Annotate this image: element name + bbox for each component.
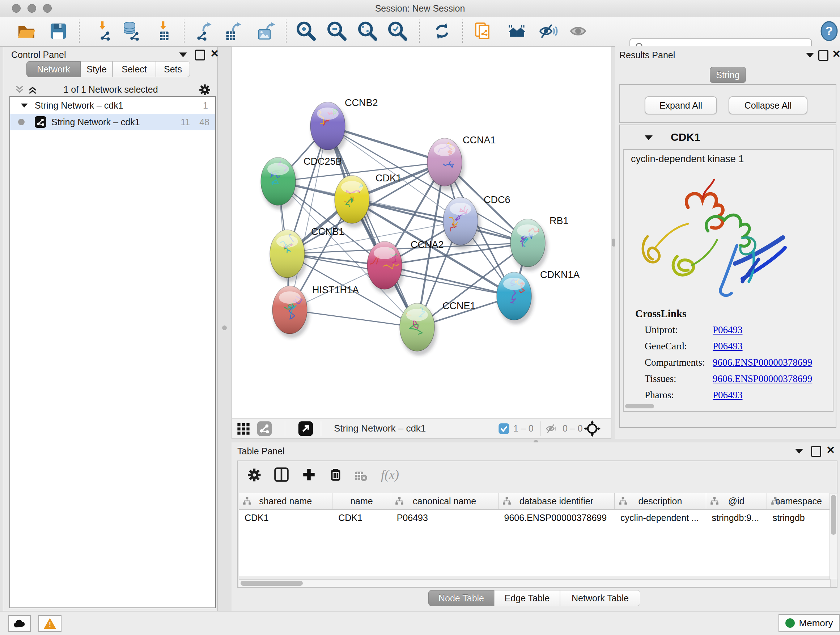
table-cell[interactable]: cyclin-dependent ... [615, 510, 706, 526]
import-network-file-icon[interactable] [91, 20, 113, 42]
table-cell[interactable]: 9606.ENSP00000378699 [499, 510, 615, 526]
table-cell[interactable]: stringdb [767, 510, 831, 526]
show-columns-icon[interactable] [274, 467, 289, 482]
save-session-icon[interactable] [47, 20, 69, 42]
crosslink-link[interactable]: 9606.ENSP00000378699 [713, 373, 812, 384]
show-all-icon[interactable] [567, 20, 589, 42]
refresh-icon[interactable] [431, 20, 453, 42]
open-session-icon[interactable] [16, 20, 37, 42]
column-header--id[interactable]: @id [706, 493, 767, 509]
function-builder-icon[interactable]: f(x) [381, 467, 399, 482]
network-node-ccna2[interactable] [367, 241, 404, 294]
tab-network-table[interactable]: Network Table [560, 590, 640, 606]
panel-menu-icon[interactable] [806, 53, 814, 57]
close-panel-icon[interactable]: ✕ [826, 446, 835, 454]
column-type-icon [242, 496, 252, 506]
column-header-shared-name[interactable]: shared name [239, 493, 332, 509]
network-node-rb1[interactable] [510, 219, 548, 271]
delete-table-icon[interactable] [354, 469, 367, 482]
table-settings-gear-icon[interactable] [247, 468, 262, 482]
tab-style[interactable]: Style [81, 61, 112, 77]
expand-all-button[interactable]: Expand All [645, 96, 717, 114]
add-column-icon[interactable] [302, 467, 317, 482]
first-neighbors-icon[interactable] [506, 20, 527, 42]
vertical-scrollbar[interactable] [829, 493, 837, 579]
table-row[interactable]: CDK1CDK1P064939606.ENSP00000378699cyclin… [239, 510, 831, 526]
network-view-title: String Network – cdk1 [334, 423, 426, 434]
tab-network[interactable]: Network [27, 61, 81, 77]
splitter-handle[interactable] [222, 325, 227, 330]
zoom-selected-icon[interactable] [386, 20, 408, 42]
table-cell[interactable]: P06493 [391, 510, 499, 526]
panel-menu-icon[interactable] [795, 449, 803, 454]
column-header-name[interactable]: name [332, 493, 391, 509]
export-network-icon[interactable] [193, 20, 215, 42]
network-thumbnail-icon[interactable] [256, 421, 272, 437]
zoom-fit-icon[interactable] [356, 20, 378, 42]
network-collection-row[interactable]: String Network – cdk1 1 [10, 97, 215, 114]
section-expand-icon[interactable] [645, 135, 653, 140]
horizontal-scrollbar[interactable] [239, 579, 831, 587]
network-node-ccnb2[interactable] [310, 102, 347, 154]
horizontal-scrollbar[interactable] [625, 404, 654, 409]
statusbar-separator [321, 421, 321, 436]
export-image-icon[interactable] [256, 20, 278, 42]
grid-view-icon[interactable] [236, 421, 251, 436]
toolbar-separator [184, 19, 185, 43]
float-panel-icon[interactable] [195, 50, 205, 60]
delete-column-icon[interactable] [328, 467, 343, 482]
warnings-button[interactable]: ! [38, 615, 62, 632]
network-row-selected[interactable]: String Network – cdk1 11 48 [10, 114, 215, 130]
collapse-all-button[interactable]: Collapse All [729, 96, 807, 114]
tab-select[interactable]: Select [112, 61, 156, 77]
gear-icon[interactable] [199, 84, 211, 96]
crosslink-link[interactable]: P06493 [713, 340, 743, 352]
network-edge[interactable] [290, 126, 328, 310]
table-cell[interactable]: stringdb:9... [706, 510, 767, 526]
close-panel-icon[interactable]: ✕ [210, 49, 219, 58]
crosslink-link[interactable]: P06493 [713, 390, 743, 401]
column-header-description[interactable]: description [615, 493, 706, 509]
close-panel-icon[interactable]: ✕ [832, 50, 840, 58]
crosslink-link[interactable]: 9606.ENSP00000378699 [713, 357, 812, 368]
hidden-eye-icon[interactable] [545, 422, 558, 435]
selected-checkbox-icon[interactable] [498, 423, 510, 434]
column-header-database-identifier[interactable]: database identifier [499, 493, 615, 509]
crosslink-link[interactable]: P06493 [713, 325, 743, 335]
memory-button[interactable]: Memory [778, 614, 840, 632]
export-table-icon[interactable] [223, 20, 244, 42]
float-panel-icon[interactable] [811, 446, 821, 457]
help-icon[interactable]: ? [818, 20, 840, 42]
network-node-hist1h1a[interactable] [272, 286, 309, 338]
table-cell[interactable]: CDK1 [239, 510, 332, 526]
network-node-ccne1[interactable] [400, 302, 437, 356]
tab-sets[interactable]: Sets [156, 61, 190, 77]
network-node-cdkn1a[interactable] [497, 272, 534, 325]
import-network-database-icon[interactable] [120, 20, 142, 42]
network-node-cdc6[interactable] [443, 197, 480, 249]
tab-node-table[interactable]: Node Table [428, 590, 494, 606]
column-header-canonical-name[interactable]: canonical name [391, 493, 499, 509]
hide-selected-icon[interactable] [537, 20, 559, 42]
horizontal-scrollbar-thumb[interactable] [240, 581, 303, 586]
zoom-out-icon[interactable] [325, 20, 347, 42]
network-canvas[interactable]: CCNB2CCNA1CDC25BCDK1CDC6RB1CCNB1CCNA2CDK… [232, 46, 611, 418]
cloud-status-button[interactable] [8, 615, 31, 632]
table-cell[interactable]: CDK1 [332, 510, 391, 526]
network-node-ccnb1[interactable] [270, 230, 307, 282]
import-table-file-icon[interactable] [152, 20, 174, 42]
tab-edge-table[interactable]: Edge Table [494, 590, 560, 606]
clone-network-icon[interactable] [471, 20, 493, 42]
collection-expand-icon[interactable] [21, 103, 28, 107]
birdseye-crosshair-icon[interactable] [584, 420, 601, 437]
zoom-in-icon[interactable] [295, 20, 317, 42]
column-header-namespace[interactable]: namespace [767, 493, 831, 509]
network-tree: String Network – cdk1 1 String Network –… [9, 96, 216, 608]
float-panel-icon[interactable] [818, 50, 829, 61]
memory-status-dot [785, 618, 795, 628]
detach-view-icon[interactable] [298, 421, 314, 437]
tab-string[interactable]: String [710, 67, 746, 83]
panel-menu-icon[interactable] [179, 52, 187, 57]
crosslink-row: Tissues:9606.ENSP00000378699 [645, 373, 812, 385]
vertical-scrollbar-thumb[interactable] [831, 495, 836, 535]
